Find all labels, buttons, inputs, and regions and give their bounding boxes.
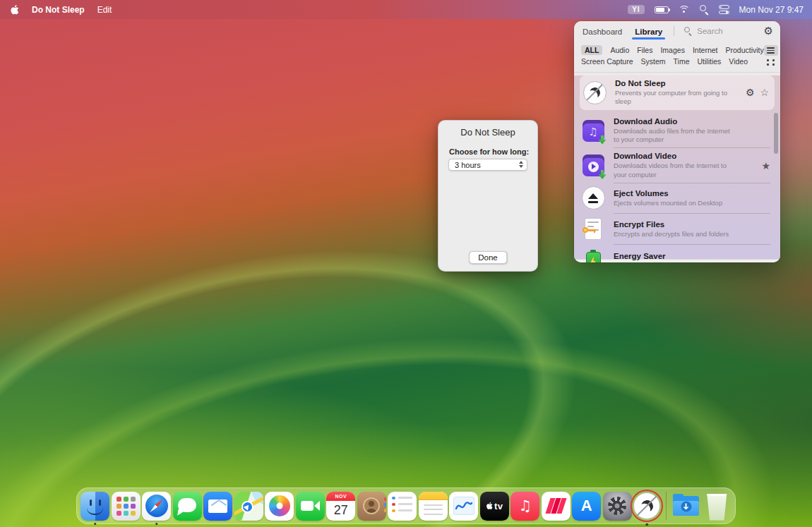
running-indicator bbox=[94, 523, 97, 526]
grid-view-toggle-icon[interactable] bbox=[766, 59, 776, 66]
filter-system[interactable]: System bbox=[641, 57, 666, 66]
wallpaper-swirl bbox=[0, 155, 662, 527]
duration-select[interactable]: 3 hours bbox=[448, 159, 527, 171]
dock-item-finder[interactable] bbox=[80, 490, 109, 522]
filter-video[interactable]: Video bbox=[729, 57, 748, 66]
scrollbar-thumb[interactable] bbox=[774, 113, 778, 154]
favorite-star-outline-icon[interactable]: ☆ bbox=[760, 87, 769, 98]
dock-item-do-not-sleep[interactable] bbox=[633, 490, 660, 522]
dock-item-mail[interactable] bbox=[203, 490, 232, 522]
filter-time[interactable]: Time bbox=[674, 57, 690, 66]
dock-item-music[interactable]: ♫ bbox=[511, 490, 539, 522]
notes-icon bbox=[419, 492, 448, 521]
tool-item-download-audio[interactable]: ♫ Download Audio Downloads audio files f… bbox=[574, 111, 780, 148]
filter-internet[interactable]: Internet bbox=[693, 46, 718, 54]
parallels-toolbox-menubar-icon[interactable]: YI bbox=[628, 5, 644, 14]
menu-bar: Do Not Sleep Edit YI Mon Nov 27 9:47 bbox=[0, 0, 812, 19]
dock-item-appstore[interactable]: A bbox=[572, 490, 601, 522]
dock-item-reminders[interactable] bbox=[388, 490, 417, 522]
appstore-letter: A bbox=[581, 497, 592, 515]
running-indicator bbox=[155, 523, 158, 526]
search-field[interactable]: Search bbox=[684, 27, 753, 35]
list-view-toggle-icon[interactable] bbox=[764, 45, 778, 56]
download-audio-tool-icon: ♫ bbox=[583, 120, 604, 142]
freeform-icon bbox=[449, 492, 478, 521]
system-settings-icon bbox=[603, 492, 632, 521]
tool-title: Energy Saver bbox=[614, 252, 770, 260]
news-icon bbox=[542, 492, 571, 521]
control-center-icon[interactable] bbox=[719, 5, 729, 14]
battery-icon[interactable] bbox=[655, 6, 669, 13]
music-icon: ♫ bbox=[511, 492, 539, 521]
header-divider bbox=[674, 26, 674, 36]
dock-item-appletv[interactable]: tv bbox=[480, 490, 509, 522]
safari-icon bbox=[142, 492, 171, 521]
tab-dashboard[interactable]: Dashboard bbox=[581, 23, 623, 40]
filter-productivity[interactable]: Productivity bbox=[726, 46, 764, 54]
appstore-icon: A bbox=[572, 492, 601, 521]
calendar-icon: NOV 27 bbox=[326, 492, 355, 521]
select-stepper-icon bbox=[519, 161, 523, 168]
gear-icon bbox=[608, 497, 626, 515]
dock-item-notes[interactable] bbox=[419, 490, 448, 522]
favorite-star-filled-icon[interactable]: ★ bbox=[761, 160, 770, 171]
wifi-icon[interactable] bbox=[679, 6, 690, 14]
filter-all[interactable]: ALL bbox=[581, 45, 602, 55]
spotlight-search-icon[interactable] bbox=[700, 5, 709, 14]
dock-item-photos[interactable] bbox=[265, 490, 294, 522]
filter-files[interactable]: Files bbox=[637, 46, 652, 54]
maps-icon bbox=[234, 492, 263, 521]
filter-screen-capture[interactable]: Screen Capture bbox=[581, 57, 633, 66]
photos-icon bbox=[265, 492, 294, 521]
tool-item-energy-saver[interactable]: Energy Saver Enables settings that optim… bbox=[574, 245, 780, 262]
contacts-icon bbox=[357, 492, 386, 521]
energy-saver-tool-icon bbox=[586, 252, 601, 262]
tool-item-encrypt-files[interactable]: Encrypt Files Encrypts and decrypts file… bbox=[574, 214, 780, 244]
dock-item-safari[interactable] bbox=[142, 490, 171, 522]
tab-library[interactable]: Library bbox=[633, 23, 664, 40]
mail-icon bbox=[203, 492, 232, 521]
tool-item-eject-volumes[interactable]: Eject Volumes Ejects volumes mounted on … bbox=[574, 183, 780, 213]
do-not-sleep-dialog: Do Not Sleep Choose for how long: 3 hour… bbox=[438, 120, 538, 272]
dock-item-freeform[interactable] bbox=[449, 490, 478, 522]
done-button[interactable]: Done bbox=[469, 251, 507, 264]
running-indicator bbox=[646, 523, 649, 526]
panel-settings-gear-icon[interactable]: ⚙ bbox=[764, 26, 773, 37]
dock-item-system-settings[interactable] bbox=[603, 490, 632, 522]
appletv-icon: tv bbox=[480, 492, 509, 521]
parallels-toolbox-panel: Dashboard Library Search ⚙ ALL Audio Fil… bbox=[574, 21, 780, 262]
tool-title: Download Video bbox=[614, 152, 753, 160]
trash-icon bbox=[703, 492, 732, 521]
eject-volumes-tool-icon bbox=[582, 186, 605, 210]
dock-item-maps[interactable] bbox=[234, 490, 263, 522]
calendar-month: NOV bbox=[326, 492, 355, 501]
launchpad-icon bbox=[112, 492, 141, 521]
facetime-icon bbox=[296, 492, 325, 521]
desktop: Do Not Sleep Edit YI Mon Nov 27 9:47 Do … bbox=[0, 0, 812, 527]
filter-images[interactable]: Images bbox=[660, 46, 684, 54]
tool-title: Do Not Sleep bbox=[615, 79, 737, 87]
tool-settings-gear-icon[interactable]: ⚙ bbox=[746, 87, 755, 98]
tool-title: Encrypt Files bbox=[614, 220, 770, 229]
menubar-clock[interactable]: Mon Nov 27 9:47 bbox=[739, 5, 804, 15]
tool-description: Prevents your computer from going to sle… bbox=[615, 89, 737, 107]
dock-item-messages[interactable] bbox=[173, 490, 202, 522]
tool-item-download-video[interactable]: Download Video Downloads videos from the… bbox=[574, 148, 780, 183]
dock-item-facetime[interactable] bbox=[296, 490, 325, 522]
menubar-menu-edit[interactable]: Edit bbox=[97, 5, 112, 15]
dock-item-contacts[interactable] bbox=[357, 490, 386, 522]
appletv-label: tv bbox=[494, 501, 503, 511]
dock-item-launchpad[interactable] bbox=[112, 490, 141, 522]
filter-utilities[interactable]: Utilities bbox=[698, 57, 722, 66]
tool-item-do-not-sleep[interactable]: Do Not Sleep Prevents your computer from… bbox=[580, 75, 775, 110]
dock-item-trash[interactable] bbox=[703, 490, 732, 522]
do-not-sleep-app-icon bbox=[633, 492, 660, 519]
menubar-app-name[interactable]: Do Not Sleep bbox=[32, 5, 85, 15]
tool-title: Eject Volumes bbox=[614, 189, 770, 198]
dock-item-downloads[interactable] bbox=[671, 490, 700, 522]
apple-menu-icon[interactable] bbox=[10, 4, 19, 16]
messages-icon bbox=[173, 492, 202, 521]
dock-item-news[interactable] bbox=[542, 490, 571, 522]
filter-audio[interactable]: Audio bbox=[610, 46, 629, 54]
dock-item-calendar[interactable]: NOV 27 bbox=[326, 490, 355, 522]
